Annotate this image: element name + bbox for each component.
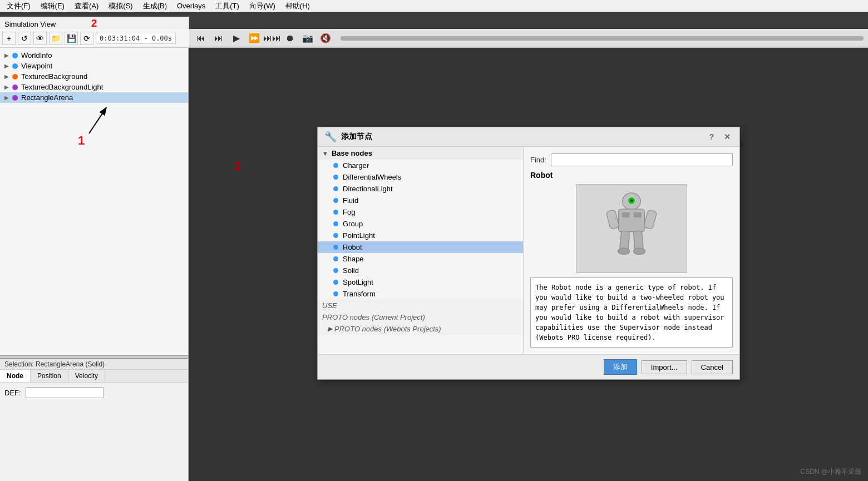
robot-preview <box>576 184 687 273</box>
tree-item-texturedbg[interactable]: ▶ TexturedBackground <box>0 71 188 82</box>
use-section[interactable]: USE <box>318 300 523 311</box>
play-btn[interactable]: ▶ <box>229 31 244 46</box>
node-fluid[interactable]: Fluid <box>318 195 523 206</box>
svg-rect-5 <box>622 212 630 217</box>
toolbar-reset-btn[interactable]: ⟳ <box>80 32 93 45</box>
node-robot[interactable]: Robot <box>318 241 523 253</box>
svg-point-11 <box>618 248 630 255</box>
dot-transform <box>333 291 338 296</box>
tree-label-rectanglearena: RectangleArena <box>21 93 73 102</box>
toolbar-save-btn[interactable]: 💾 <box>65 32 78 45</box>
tab-node[interactable]: Node <box>0 370 31 382</box>
svg-rect-4 <box>619 209 645 232</box>
screenshot-btn[interactable]: 📷 <box>300 31 315 46</box>
menu-simulate[interactable]: 模拟(S) <box>104 0 137 12</box>
robot-image <box>598 190 665 267</box>
node-spotlight[interactable]: SpotLight <box>318 276 523 288</box>
dialog-close-btn[interactable]: ✕ <box>722 131 733 142</box>
dialog-help-btn[interactable]: ? <box>706 131 717 142</box>
node-pointlight[interactable]: PointLight <box>318 230 523 241</box>
import-button[interactable]: Import... <box>642 360 687 374</box>
base-nodes-header[interactable]: ▼ Base nodes <box>318 147 523 160</box>
dot-solid <box>333 268 338 273</box>
dialog-title-bar: 🔧 添加节点 ? ✕ <box>318 127 739 147</box>
cancel-button[interactable]: Cancel <box>692 360 733 374</box>
tree-arrow-viewpoint: ▶ <box>4 63 11 69</box>
def-input[interactable] <box>26 387 103 398</box>
fast-forward-btn[interactable]: ⏩ <box>247 31 262 46</box>
dialog-title-icon: 🔧 <box>324 131 337 143</box>
main-view: 3 🔧 添加节点 ? ✕ ▼ Base nodes <box>189 48 868 481</box>
tree-item-rectanglearena[interactable]: ▶ RectangleArena <box>0 92 188 103</box>
toolbar-add-btn[interactable]: + <box>2 32 16 45</box>
menu-tools[interactable]: 工具(T) <box>211 0 244 12</box>
time-display: 0:03:31:04 - 0.00s <box>96 33 176 44</box>
node-directionallight[interactable]: DirectionalLight <box>318 183 523 195</box>
tree-label-viewpoint: Viewpoint <box>21 62 52 70</box>
dot-spotlight <box>333 280 338 285</box>
dialog-preview-panel: Find: Robot <box>524 147 739 354</box>
menu-build[interactable]: 生成(B) <box>139 0 171 12</box>
selection-label: Selection: RectangleArena (Solid) <box>0 359 188 370</box>
left-toolbar: + ↺ 👁 📁 💾 ⟳ 0:03:31:04 - 0.00s <box>0 29 189 48</box>
find-input[interactable] <box>551 153 733 166</box>
tree-label-worldinfo: WorldInfo <box>21 51 52 59</box>
add-button[interactable]: 添加 <box>604 359 637 375</box>
base-nodes-label: Base nodes <box>332 149 372 157</box>
toolbar-refresh-btn[interactable]: ↺ <box>18 32 31 45</box>
tab-position[interactable]: Position <box>31 370 68 382</box>
left-panel: ▶ WorldInfo ▶ Viewpoint ▶ TexturedBackgr… <box>0 48 189 481</box>
svg-point-12 <box>634 248 645 255</box>
global-toolbar: ⏮ ⏭ ▶ ⏩ ⏭⏭ ⏺ 📷 🔇 <box>189 29 868 48</box>
dialog-footer: 添加 Import... Cancel <box>318 354 739 379</box>
step-back-btn[interactable]: ⏮ <box>194 31 208 46</box>
menu-file[interactable]: 文件(F) <box>2 0 35 12</box>
tree-label-texturedbg: TexturedBackground <box>21 72 87 81</box>
node-solid[interactable]: Solid <box>318 265 523 276</box>
fast-fwd2-btn[interactable]: ⏭⏭ <box>265 31 279 46</box>
mute-btn[interactable]: 🔇 <box>318 31 333 46</box>
def-row: DEF: <box>0 383 188 403</box>
menu-overlays[interactable]: Overlays <box>172 1 210 11</box>
node-transform[interactable]: Transform <box>318 288 523 300</box>
dot-charger <box>333 163 338 168</box>
node-fog[interactable]: Fog <box>318 206 523 218</box>
menu-bar: 文件(F) 编辑(E) 查看(A) 模拟(S) 生成(B) Overlays 工… <box>0 0 868 12</box>
tree-item-viewpoint[interactable]: ▶ Viewpoint <box>0 61 188 71</box>
tree-item-texturedbglight[interactable]: ▶ TexturedBackgroundLight <box>0 82 188 92</box>
node-group[interactable]: Group <box>318 218 523 230</box>
svg-point-3 <box>630 200 633 202</box>
tree-label-texturedbglight: TexturedBackgroundLight <box>21 83 103 91</box>
dot-pointlight <box>333 233 338 238</box>
menu-edit[interactable]: 编辑(E) <box>36 0 69 12</box>
toolbar-folder-btn[interactable]: 📁 <box>49 32 62 45</box>
tab-velocity[interactable]: Velocity <box>68 370 105 382</box>
node-shape[interactable]: Shape <box>318 253 523 265</box>
dot-directionallight <box>333 186 338 191</box>
tree-item-worldinfo[interactable]: ▶ WorldInfo <box>0 50 188 61</box>
add-node-dialog: 🔧 添加节点 ? ✕ ▼ Base nodes <box>317 127 740 380</box>
step-btn[interactable]: ⏭ <box>211 31 226 46</box>
svg-rect-7 <box>606 210 619 230</box>
dialog-node-tree: ▼ Base nodes Charger DifferentialWheels … <box>318 147 524 354</box>
node-differentialwheels[interactable]: DifferentialWheels <box>318 171 523 183</box>
base-nodes-arrow: ▼ <box>322 150 328 157</box>
dot-fluid <box>333 198 338 203</box>
proto-webots-section[interactable]: ▶ PROTO nodes (Webots Projects) <box>318 323 523 335</box>
dialog-controls: ? ✕ <box>706 131 733 142</box>
dot-fog <box>333 210 338 215</box>
menu-help[interactable]: 帮助(H) <box>281 0 314 12</box>
dot-differentialwheels <box>333 175 338 180</box>
proto-webots-arrow: ▶ <box>328 325 332 333</box>
record-btn[interactable]: ⏺ <box>283 31 297 46</box>
node-charger[interactable]: Charger <box>318 160 523 171</box>
proto-current-section[interactable]: PROTO nodes (Current Project) <box>318 311 523 323</box>
dialog-body: ▼ Base nodes Charger DifferentialWheels … <box>318 147 739 354</box>
dot-shape <box>333 256 338 261</box>
menu-view[interactable]: 查看(A) <box>70 0 103 12</box>
menu-wizard[interactable]: 向导(W) <box>245 0 280 12</box>
dialog-overlay: 🔧 添加节点 ? ✕ ▼ Base nodes <box>189 48 868 481</box>
tree-dot-worldinfo <box>12 53 18 58</box>
toolbar-eye-btn[interactable]: 👁 <box>33 32 47 45</box>
progress-bar <box>341 36 864 41</box>
